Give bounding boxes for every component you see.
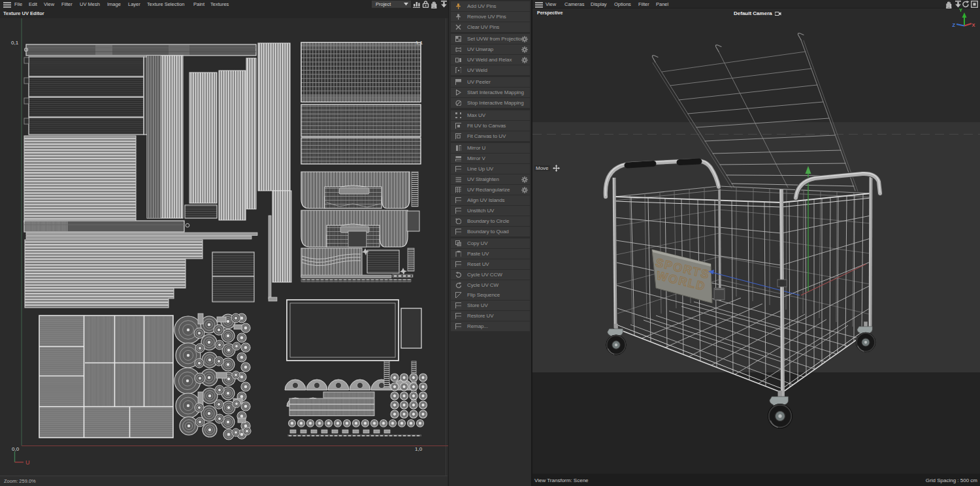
svg-text:U: U	[25, 459, 30, 466]
svg-text:Z: Z	[952, 22, 955, 28]
svg-text:X: X	[972, 22, 975, 28]
